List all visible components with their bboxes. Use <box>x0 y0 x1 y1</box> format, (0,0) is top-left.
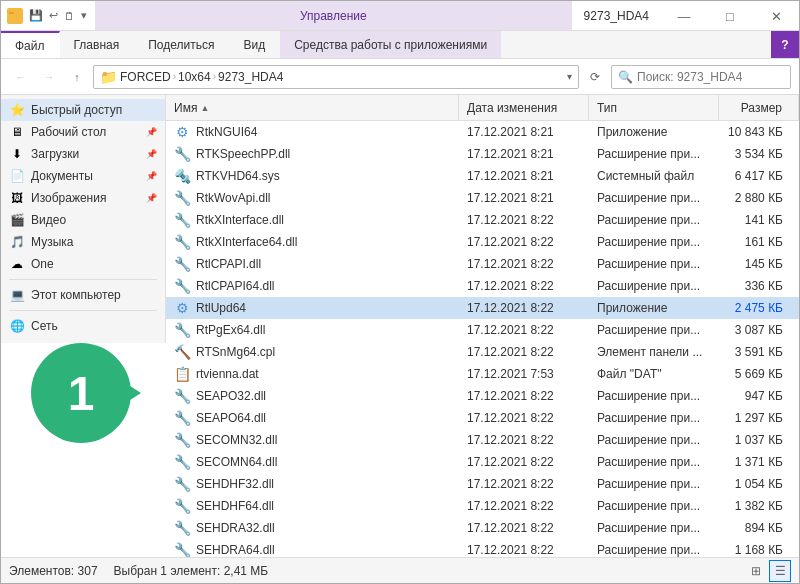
file-icon-dll: 🔧 <box>174 190 190 206</box>
sidebar-item-thispc[interactable]: 💻 Этот компьютер <box>1 284 165 306</box>
sidebar-item-downloads[interactable]: ⬇ Загрузки 📌 <box>1 143 165 165</box>
table-row[interactable]: ⚙ RtkNGUI64 17.12.2021 8:21 Приложение 1… <box>166 121 799 143</box>
annotation-number: 1 <box>68 366 95 421</box>
back-button[interactable]: ← <box>9 65 33 89</box>
cell-type-9: Расширение при... <box>589 319 719 341</box>
sidebar-item-onedrive[interactable]: ☁ One <box>1 253 165 275</box>
table-row[interactable]: 🔩 RTKVHD64.sys 17.12.2021 8:21 Системный… <box>166 165 799 187</box>
table-row[interactable]: 🔨 RTSnMg64.cpl 17.12.2021 8:22 Элемент п… <box>166 341 799 363</box>
cell-name-14: 🔧 SECOMN32.dll <box>166 429 459 451</box>
save-icon[interactable]: 💾 <box>27 7 45 24</box>
cell-name-1: 🔧 RTKSpeechPP.dll <box>166 143 459 165</box>
path-part-10x64[interactable]: 10x64 <box>178 70 211 84</box>
table-row[interactable]: 🔧 SEAPO64.dll 17.12.2021 8:22 Расширение… <box>166 407 799 429</box>
cell-size-13: 1 297 КБ <box>719 407 799 429</box>
refresh-button[interactable]: ⟳ <box>583 65 607 89</box>
tab-view[interactable]: Вид <box>229 31 280 58</box>
table-row[interactable]: 🔧 SEAPO32.dll 17.12.2021 8:22 Расширение… <box>166 385 799 407</box>
cell-size-2: 6 417 КБ <box>719 165 799 187</box>
file-icon-dll: 🔧 <box>174 388 190 404</box>
up-button[interactable]: ↑ <box>65 65 89 89</box>
tab-share[interactable]: Поделиться <box>134 31 229 58</box>
table-row[interactable]: ⚙ RtlUpd64 17.12.2021 8:22 Приложение 2 … <box>166 297 799 319</box>
quick-access-toolbar: 💾 ↩ 🗒 ▾ <box>27 7 89 24</box>
help-button[interactable]: ? <box>771 31 799 58</box>
dropdown-icon[interactable]: ▾ <box>79 7 89 24</box>
table-row[interactable]: 🔧 SECOMN64.dll 17.12.2021 8:22 Расширени… <box>166 451 799 473</box>
table-row[interactable]: 📋 rtvienna.dat 17.12.2021 7:53 Файл "DAT… <box>166 363 799 385</box>
file-icon-dll: 🔧 <box>174 520 190 536</box>
address-bar: ← → ↑ 📁 FORCED › 10x64 › 9273_HDA4 ▾ ⟳ 🔍 <box>1 59 799 95</box>
cell-size-15: 1 371 КБ <box>719 451 799 473</box>
table-row[interactable]: 🔧 RtkWovApi.dll 17.12.2021 8:21 Расширен… <box>166 187 799 209</box>
close-button[interactable]: ✕ <box>753 1 799 31</box>
cell-name-7: 🔧 RtlCPAPI64.dll <box>166 275 459 297</box>
cell-date-9: 17.12.2021 8:22 <box>459 319 589 341</box>
star-icon: ⭐ <box>9 102 25 118</box>
file-icon-dll: 🔧 <box>174 454 190 470</box>
details-button[interactable]: ☰ <box>769 560 791 582</box>
search-box[interactable]: 🔍 <box>611 65 791 89</box>
cell-size-11: 5 669 КБ <box>719 363 799 385</box>
cell-date-4: 17.12.2021 8:22 <box>459 209 589 231</box>
table-row[interactable]: 🔧 SECOMN32.dll 17.12.2021 8:22 Расширени… <box>166 429 799 451</box>
col-header-date[interactable]: Дата изменения <box>459 95 589 120</box>
path-part-folder[interactable]: 9273_HDA4 <box>218 70 283 84</box>
cell-type-7: Расширение при... <box>589 275 719 297</box>
table-row[interactable]: 🔧 SEHDHF32.dll 17.12.2021 8:22 Расширени… <box>166 473 799 495</box>
table-row[interactable]: 🔧 RtkXInterface.dll 17.12.2021 8:22 Расш… <box>166 209 799 231</box>
address-box[interactable]: 📁 FORCED › 10x64 › 9273_HDA4 ▾ <box>93 65 579 89</box>
cell-name-2: 🔩 RTKVHD64.sys <box>166 165 459 187</box>
sidebar-item-quickaccess[interactable]: ⭐ Быстрый доступ <box>1 99 165 121</box>
table-row[interactable]: 🔧 RtkXInterface64.dll 17.12.2021 8:22 Ра… <box>166 231 799 253</box>
table-row[interactable]: 🔧 SEHDRA32.dll 17.12.2021 8:22 Расширени… <box>166 517 799 539</box>
cell-size-3: 2 880 КБ <box>719 187 799 209</box>
cell-size-17: 1 382 КБ <box>719 495 799 517</box>
minimize-button[interactable]: — <box>661 1 707 31</box>
table-row[interactable]: 🔧 SEHDHF64.dll 17.12.2021 8:22 Расширени… <box>166 495 799 517</box>
sidebar-item-music[interactable]: 🎵 Музыка <box>1 231 165 253</box>
cell-size-9: 3 087 КБ <box>719 319 799 341</box>
window-controls: — □ ✕ <box>661 1 799 30</box>
download-icon: ⬇ <box>9 146 25 162</box>
sidebar-item-documents[interactable]: 📄 Документы 📌 <box>1 165 165 187</box>
sidebar-item-desktop[interactable]: 🖥 Рабочий стол 📌 <box>1 121 165 143</box>
status-bar: Элементов: 307 Выбран 1 элемент: 2,41 МБ… <box>1 557 799 583</box>
cell-name-4: 🔧 RtkXInterface.dll <box>166 209 459 231</box>
sidebar-item-network[interactable]: 🌐 Сеть <box>1 315 165 337</box>
tab-home[interactable]: Главная <box>60 31 135 58</box>
sidebar-item-video[interactable]: 🎬 Видео <box>1 209 165 231</box>
manage-tab-title: Управление <box>95 1 572 30</box>
table-row[interactable]: 🔧 RtlCPAPI.dll 17.12.2021 8:22 Расширени… <box>166 253 799 275</box>
search-input[interactable] <box>637 70 784 84</box>
address-dropdown-icon[interactable]: ▾ <box>567 71 572 82</box>
col-header-size[interactable]: Размер <box>719 95 799 120</box>
cell-type-0: Приложение <box>589 121 719 143</box>
forward-button[interactable]: → <box>37 65 61 89</box>
sidebar-item-images[interactable]: 🖼 Изображения 📌 <box>1 187 165 209</box>
maximize-button[interactable]: □ <box>707 1 753 31</box>
path-part-forced[interactable]: FORCED <box>120 70 171 84</box>
cell-date-13: 17.12.2021 8:22 <box>459 407 589 429</box>
tab-file[interactable]: Файл <box>1 31 60 58</box>
images-icon: 🖼 <box>9 190 25 206</box>
table-row[interactable]: 🔧 RtlCPAPI64.dll 17.12.2021 8:22 Расшире… <box>166 275 799 297</box>
status-selected-info: Выбран 1 элемент: 2,41 МБ <box>114 564 269 578</box>
col-header-type[interactable]: Тип <box>589 95 719 120</box>
cell-type-15: Расширение при... <box>589 451 719 473</box>
properties-icon[interactable]: 🗒 <box>62 8 77 24</box>
tab-manage-tools[interactable]: Средства работы с приложениями <box>280 31 501 58</box>
cell-size-1: 3 534 КБ <box>719 143 799 165</box>
music-icon: 🎵 <box>9 234 25 250</box>
cell-size-14: 1 037 КБ <box>719 429 799 451</box>
cell-name-0: ⚙ RtkNGUI64 <box>166 121 459 143</box>
table-row[interactable]: 🔧 RTKSpeechPP.dll 17.12.2021 8:21 Расшир… <box>166 143 799 165</box>
col-header-name[interactable]: Имя ▲ <box>166 95 459 120</box>
table-row[interactable]: 🔧 RtPgEx64.dll 17.12.2021 8:22 Расширени… <box>166 319 799 341</box>
onedrive-icon: ☁ <box>9 256 25 272</box>
cell-date-15: 17.12.2021 8:22 <box>459 451 589 473</box>
undo-icon[interactable]: ↩ <box>47 7 60 24</box>
network-icon: 🌐 <box>9 318 25 334</box>
large-icons-button[interactable]: ⊞ <box>745 560 767 582</box>
table-row[interactable]: 🔧 SEHDRA64.dll 17.12.2021 8:22 Расширени… <box>166 539 799 557</box>
